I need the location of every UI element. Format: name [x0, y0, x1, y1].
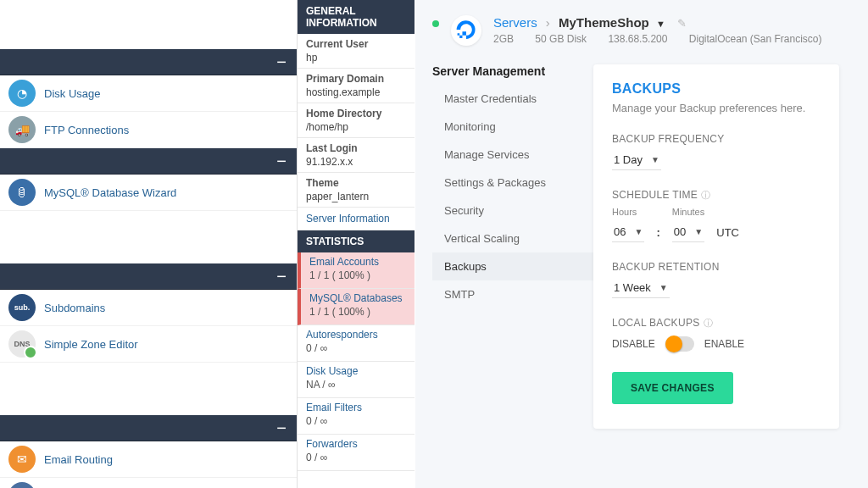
- schedule-time-label: SCHEDULE TIMEⓘ: [612, 189, 821, 202]
- stat-row: Email Filters0 / ∞: [298, 398, 415, 435]
- cpanel-item-label: Disk Usage: [44, 87, 100, 100]
- digitalocean-logo-icon: [451, 15, 481, 46]
- minus-icon: −: [276, 58, 287, 66]
- backup-frequency-label: BACKUP FREQUENCY: [612, 133, 821, 145]
- info-row: Home Directory/home/hp: [298, 103, 415, 138]
- section-collapse-bar[interactable]: −: [0, 415, 297, 441]
- info-row: Themepaper_lantern: [298, 173, 415, 208]
- save-changes-button[interactable]: SAVE CHANGES: [612, 372, 733, 404]
- info-row: Primary Domainhosting.example: [298, 69, 415, 103]
- stat-row: MySQL® Databases1 / 1 ( 100% ): [298, 289, 415, 325]
- chevron-down-icon: ▼: [651, 155, 659, 164]
- local-backups-toggle[interactable]: [665, 336, 694, 352]
- disk-usage-icon: ◔: [8, 80, 36, 107]
- breadcrumb: Servers › MyThemeShop ▼ ✎: [493, 15, 841, 30]
- mysql-db-wizard-icon: 🛢: [8, 179, 36, 206]
- info-row: Current Userhp: [298, 34, 415, 69]
- ftp-connections-icon: 🚚: [8, 116, 36, 143]
- email-routing-icon: ✉: [8, 446, 36, 473]
- stat-row: Forwarders0 / ∞: [298, 435, 415, 471]
- disable-label: DISABLE: [612, 338, 655, 350]
- card-title: BACKUPS: [612, 81, 821, 97]
- edit-icon[interactable]: ✎: [677, 17, 687, 30]
- minus-icon: −: [276, 424, 287, 432]
- cpanel-item-email-filters[interactable]: ▼Email Filters: [0, 478, 297, 488]
- minutes-dropdown[interactable]: 00▼: [672, 224, 704, 242]
- cpanel-left-column: −◔Disk Usage🚚FTP Connections−🛢MySQL® Dat…: [0, 0, 297, 488]
- general-info-header: GENERAL INFORMATION: [298, 0, 415, 34]
- cpanel-item-email-routing[interactable]: ✉Email Routing: [0, 441, 297, 478]
- cpanel-item-label: Email Routing: [44, 453, 113, 466]
- backup-frequency-dropdown[interactable]: 1 Day▼: [612, 152, 661, 170]
- subdomains-icon: sub.: [8, 294, 36, 321]
- section-collapse-bar[interactable]: −: [0, 49, 297, 75]
- info-icon[interactable]: ⓘ: [704, 318, 713, 328]
- chevron-down-icon[interactable]: ▼: [656, 19, 665, 29]
- nav-item-settings-packages[interactable]: Settings & Packages: [432, 169, 593, 197]
- breadcrumb-servers-link[interactable]: Servers: [493, 15, 537, 30]
- nav-item-vertical-scaling[interactable]: Vertical Scaling: [432, 225, 593, 252]
- stat-row: Disk UsageNA / ∞: [298, 362, 415, 398]
- statistics-header: STATISTICS: [298, 230, 415, 252]
- nav-item-monitoring[interactable]: Monitoring: [432, 113, 593, 141]
- info-icon[interactable]: ⓘ: [701, 190, 710, 200]
- cloudways-panel: Servers › MyThemeShop ▼ ✎ 2GB 50 GB Disk…: [415, 0, 868, 488]
- cpanel-item-mysql-db-wizard[interactable]: 🛢MySQL® Database Wizard: [0, 175, 297, 211]
- stat-row: Email Accounts1 / 1 ( 100% ): [298, 252, 415, 289]
- stat-row: Autoresponders0 / ∞: [298, 325, 415, 362]
- status-dot-icon: [432, 20, 439, 27]
- timezone-label: UTC: [716, 226, 739, 242]
- backup-retention-label: BACKUP RETENTION: [612, 261, 821, 273]
- card-subtitle: Manage your Backup preferences here.: [612, 102, 821, 114]
- nav-item-manage-services[interactable]: Manage Services: [432, 141, 593, 169]
- nav-item-backups[interactable]: Backups: [432, 252, 593, 280]
- simple-zone-editor-icon: DNS: [8, 330, 36, 358]
- cpanel-item-subdomains[interactable]: sub.Subdomains: [0, 290, 297, 326]
- nav-heading: Server Management: [432, 64, 593, 78]
- minus-icon: −: [276, 157, 287, 165]
- cpanel-right-column: GENERAL INFORMATIONCurrent UserhpPrimary…: [297, 0, 415, 488]
- email-filters-icon: ▼: [8, 482, 36, 488]
- cpanel-item-label: Subdomains: [44, 302, 105, 314]
- nav-item-smtp[interactable]: SMTP: [432, 280, 593, 308]
- server-information-link[interactable]: Server Information: [298, 208, 415, 230]
- enable-label: ENABLE: [704, 338, 744, 350]
- nav-item-master-credentials[interactable]: Master Credentials: [432, 85, 593, 113]
- breadcrumb-server-name[interactable]: MyThemeShop: [559, 15, 649, 30]
- cpanel-item-label: FTP Connections: [44, 124, 129, 136]
- nav-item-security[interactable]: Security: [432, 197, 593, 225]
- server-meta: 2GB 50 GB Disk 138.68.5.200 DigitalOcean…: [493, 33, 841, 45]
- section-collapse-bar[interactable]: −: [0, 148, 297, 175]
- minus-icon: −: [276, 272, 287, 280]
- cpanel-item-simple-zone-editor[interactable]: DNSSimple Zone Editor: [0, 326, 297, 363]
- local-backups-label: LOCAL BACKUPSⓘ: [612, 317, 821, 330]
- cpanel-item-disk-usage[interactable]: ◔Disk Usage: [0, 75, 297, 112]
- cpanel-item-ftp-connections[interactable]: 🚚FTP Connections: [0, 112, 297, 148]
- cpanel-item-label: Simple Zone Editor: [44, 338, 138, 351]
- info-row: Last Login91.192.x.x: [298, 138, 415, 173]
- backups-card: BACKUPS Manage your Backup preferences h…: [593, 64, 839, 429]
- hours-dropdown[interactable]: 06▼: [612, 224, 644, 242]
- cpanel-item-label: MySQL® Database Wizard: [44, 186, 176, 199]
- server-management-nav: Server Management Master CredentialsMoni…: [432, 64, 593, 429]
- backup-retention-dropdown[interactable]: 1 Week▼: [612, 280, 670, 298]
- section-collapse-bar[interactable]: −: [0, 263, 297, 290]
